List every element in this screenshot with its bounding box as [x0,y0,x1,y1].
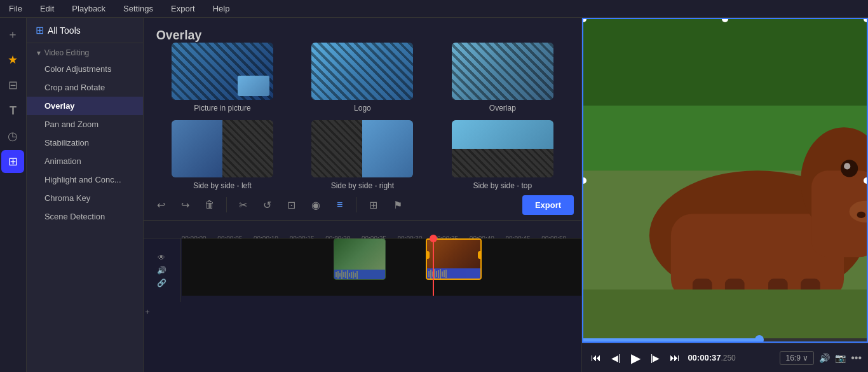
add-track-button[interactable]: ＋ [144,307,151,317]
undo-button[interactable]: ↩ [151,195,172,215]
clip-horse-waveform [427,268,480,280]
card-side-left-label: Side by side - left [193,181,252,190]
card-logo-label: Logo [354,104,371,113]
playhead[interactable] [433,238,434,296]
tool-chroma-key[interactable]: Chroma Key [27,189,143,207]
overlay-grid: Picture in picture Logo Overlap [156,43,569,190]
redo-button[interactable]: ↪ [175,195,196,215]
export-button[interactable]: Export [522,195,574,215]
crop-button[interactable]: ⊡ [281,195,302,215]
skip-back-button[interactable]: ⏮ [588,350,604,366]
cut-button[interactable]: ✂ [233,195,254,215]
playhead-head [430,235,437,242]
track-controls: 👁 🔊 🔗 [144,238,180,302]
add-track-icon: ＋ [144,307,151,317]
menu-help[interactable]: Help [209,3,234,15]
tool-scene-detection[interactable]: Scene Detection [27,207,143,226]
section-arrow: ▼ [36,50,42,57]
icon-bar: ＋ ★ ⊟ T ◷ ⊞ [0,18,27,372]
right-panel: ⏮ ◀| ▶ |▶ ⏭ 00:00:37 .250 16:9 ∨ 🔊 📷 ••• [581,18,868,372]
time-ruler: 00:00:00 00:00:05 00:00:10 00:00:15 00:0… [144,221,581,238]
clip-horse-thumb [427,240,480,268]
overlay-card-overlap[interactable]: Overlap [437,43,569,113]
step-back-button[interactable]: ◀| [609,350,623,366]
card-pip-label: Picture in picture [194,104,250,113]
video-editing-section: ▼ Video Editing [27,43,143,60]
more-options-button[interactable]: ••• [851,352,862,364]
tool-stabilization[interactable]: Stabilization [27,134,143,152]
tool-overlay[interactable]: Overlay [27,97,143,115]
clip-forest-thumb [334,239,385,270]
tool-highlight[interactable]: Highlight and Conc... [27,170,143,189]
tool-crop-rotate[interactable]: Crop and Rotate [27,78,143,97]
overlay-card-side-top[interactable]: Side by side - top [437,120,569,190]
tools-button[interactable]: ⊞ [1,150,24,173]
history-button[interactable]: ◷ [1,125,24,148]
link-icon[interactable]: 🔗 [157,279,166,287]
layout-tool-button[interactable]: ⊞ [363,195,384,215]
menu-export[interactable]: Export [167,3,199,15]
tools-panel: ⊞ All Tools ▼ Video Editing Color Adjust… [27,18,144,372]
eye-icon[interactable]: 👁 [158,253,165,262]
playback-bar: ⏮ ◀| ▶ |▶ ⏭ 00:00:37 .250 16:9 ∨ 🔊 📷 ••• [582,343,868,372]
menu-bar: File Edit Playback Settings Export Help [0,0,868,18]
skip-fwd-button[interactable]: ⏭ [667,350,682,366]
step-fwd-button[interactable]: |▶ [648,350,663,366]
handle-right-mid[interactable] [864,177,868,184]
clip-forest-waveform [334,270,385,280]
clip-handle-right[interactable] [478,251,482,259]
overlay-card-pip[interactable]: Picture in picture [156,43,288,113]
clip-forest[interactable] [334,238,386,280]
layout-button[interactable]: ⊟ [1,74,24,97]
section-title: Video Editing [44,48,90,57]
play-button[interactable]: ▶ [628,348,643,368]
track-bg[interactable] [182,238,581,296]
svg-point-14 [844,163,850,169]
preview-video [583,19,867,341]
timeline: 00:00:00 00:00:05 00:00:10 00:00:15 00:0… [144,221,581,373]
card-overlap-label: Overlap [489,104,516,113]
tool-color-adjustments[interactable]: Color Adjustments [27,60,143,78]
pin-button[interactable]: ★ [1,48,24,71]
menu-edit[interactable]: Edit [36,3,58,15]
overlay-panel: Overlay Picture in picture Logo [144,18,581,190]
menu-settings[interactable]: Settings [119,3,157,15]
time-ms: .250 [721,354,735,362]
time-display: 00:00:37 .250 [688,353,735,362]
overlay-card-side-right[interactable]: Side by side - right [296,120,428,190]
overlay-card-side-left[interactable]: Side by side - left [156,120,288,190]
color-button[interactable]: ◉ [306,195,326,215]
text-button[interactable]: T [1,99,24,122]
preview-container [582,18,868,343]
volume-icon[interactable]: 🔊 [819,353,830,363]
tools-header: ⊞ All Tools [27,18,143,43]
overlay-title: Overlay [156,28,569,43]
align-button[interactable]: ≡ [330,195,350,215]
tool-pan-zoom[interactable]: Pan and Zoom [27,115,143,134]
preview-progress-track[interactable] [583,338,867,341]
menu-playback[interactable]: Playback [68,3,109,15]
aspect-ratio-select[interactable]: 16:9 ∨ [780,351,814,365]
time-main: 00:00:37 [688,353,721,362]
tool-animation[interactable]: Animation [27,152,143,170]
svg-point-16 [857,212,866,218]
marker-button[interactable]: ⚑ [388,195,408,215]
track-area: 👁 🔊 🔗 [144,238,581,302]
clip-handle-left[interactable] [426,251,430,259]
menu-file[interactable]: File [5,3,26,15]
preview-progress-fill [583,338,759,341]
svg-rect-21 [583,289,867,341]
rotate-ccw-button[interactable]: ↺ [257,195,278,215]
toolbar-sep-2 [356,197,357,212]
screenshot-button[interactable]: 📷 [835,353,846,363]
volume-track-icon[interactable]: 🔊 [157,266,166,275]
overlay-card-logo[interactable]: Logo [296,43,428,113]
tools-title: All Tools [48,25,81,36]
progress-handle[interactable] [755,335,764,343]
card-side-right-label: Side by side - right [331,181,394,190]
add-media-button[interactable]: ＋ [1,23,24,46]
main-toolbar: ↩ ↪ 🗑 ✂ ↺ ⊡ ◉ ≡ ⊞ ⚑ Export [144,190,581,221]
delete-button[interactable]: 🗑 [200,195,220,215]
card-side-top-label: Side by side - top [473,181,532,190]
handle-top-right[interactable] [864,18,868,22]
